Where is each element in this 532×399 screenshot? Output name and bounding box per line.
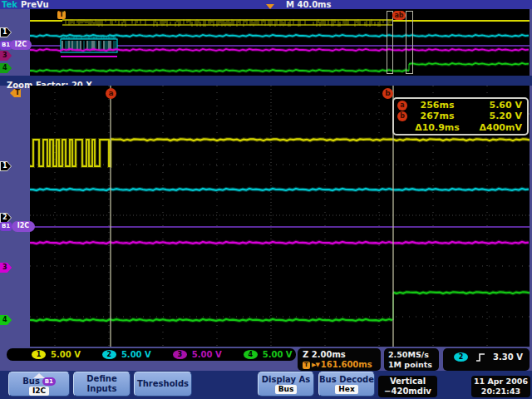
bus-decode-button[interactable]: Bus Decode Hex	[318, 372, 375, 397]
cursor-a-row: a 256ms 5.60 V	[397, 100, 522, 111]
main-ch4-badge: 4	[0, 315, 12, 325]
trigger-level: 3.30 V	[493, 352, 523, 362]
cursor-a-badge[interactable]: a	[106, 88, 116, 99]
zoom-factor-bar: Zoom Factor: 20 X	[0, 76, 532, 86]
cursor-a-time: 256ms	[412, 100, 462, 111]
delay-readout: 161.600ms	[321, 360, 372, 370]
overview-ch3-badge: 3	[0, 51, 12, 61]
acquisition-readout: 2.50MS/s 1M points	[384, 348, 439, 371]
cursor-b-row: b 267ms 5.20 V	[397, 111, 522, 121]
vertical-position-readout: Vertical −420mdiv	[378, 376, 437, 397]
oscilloscope-screen: Tek PreVu M 40.0ms 1 B1 I2C 3 4 T ab Zoo…	[0, 0, 532, 399]
overview-waveform-display	[30, 9, 530, 76]
zoom-bracket-a	[387, 11, 393, 74]
thresholds-button[interactable]: Thresholds	[134, 372, 192, 397]
define-inputs-button[interactable]: Define Inputs	[73, 372, 131, 397]
ch2-oval-badge: 2	[102, 350, 116, 359]
cursor-delta-time: Δ10.9ms	[412, 122, 462, 133]
main-bus-badge: B1	[0, 222, 12, 231]
overview-ch4-badge: 4	[0, 63, 12, 73]
overview-waveform-window	[30, 9, 530, 76]
sample-rate: 2.50MS/s	[388, 350, 439, 360]
datetime-readout: 11 Apr 2006 20:21:43	[471, 376, 530, 397]
main-timebase-readout: M 40.0ms	[286, 0, 331, 9]
rising-edge-icon	[475, 352, 485, 362]
date: 11 Apr 2006	[474, 377, 528, 387]
record-length: 1M points	[388, 360, 439, 370]
ch4-oval-badge: 4	[244, 350, 258, 359]
overview-trigger-marker: T	[57, 11, 66, 19]
cursor-delta-value: Δ400mV	[462, 122, 522, 133]
trigger-offscreen-left-marker: T	[10, 89, 21, 97]
trigger-source-badge: 2	[454, 352, 468, 362]
overview-bus-label: I2C	[10, 40, 32, 50]
zoom-bracket-b	[406, 11, 413, 74]
acquisition-status: PreVu	[21, 0, 49, 9]
trigger-icon: T	[303, 362, 310, 369]
overview-ch1-badge: 1	[0, 27, 12, 37]
zoom-timebase-readout: Z 2.00ms T ▶▼ 161.600ms	[298, 348, 381, 371]
channel-scale-bar: 1 5.00 V 2 5.00 V 3 5.00 V 4 5.00 V	[7, 348, 296, 361]
ch4-scale-readout[interactable]: 4 5.00 V	[244, 350, 293, 359]
trigger-readout: 2 3.30 V	[443, 348, 530, 371]
main-ch1-badge: 1	[0, 161, 12, 171]
ch2-scale-readout[interactable]: 2 5.00 V	[102, 350, 151, 359]
main-bus-label: I2C	[12, 221, 35, 232]
zoom-icon: Z	[303, 350, 308, 359]
bus-b1-badge: B1	[42, 377, 56, 386]
bus-type-chip: I2C	[29, 387, 49, 396]
overview-cursor-ab-badge: ab	[392, 11, 406, 20]
title-bar: Tek PreVu M 40.0ms	[0, 0, 532, 9]
ch1-oval-badge: 1	[32, 350, 46, 359]
cursor-b-time: 267ms	[412, 111, 462, 121]
cursor-readout-box: a 256ms 5.60 V b 267ms 5.20 V Δ10.9ms Δ4…	[392, 97, 529, 135]
display-as-button[interactable]: Display As Bus	[258, 372, 314, 397]
ch3-oval-badge: 3	[173, 350, 187, 359]
cursor-a-value: 5.60 V	[462, 100, 522, 111]
ch1-scale-readout[interactable]: 1 5.00 V	[32, 350, 81, 359]
cursor-delta-row: Δ10.9ms Δ400mV	[397, 122, 522, 133]
bus-b1-button[interactable]: Bus B1 I2C	[8, 372, 70, 397]
tek-logo: Tek	[2, 0, 17, 9]
ch3-scale-readout[interactable]: 3 5.00 V	[173, 350, 222, 359]
delay-arrow-icon: ▶▼	[312, 360, 319, 370]
time: 20:21:43	[481, 387, 520, 397]
main-ch3-badge: 3	[0, 263, 12, 273]
cursor-b-value: 5.20 V	[462, 111, 522, 121]
cursor-b-badge[interactable]: b	[382, 88, 393, 99]
selected-indicator-icon	[33, 373, 45, 378]
